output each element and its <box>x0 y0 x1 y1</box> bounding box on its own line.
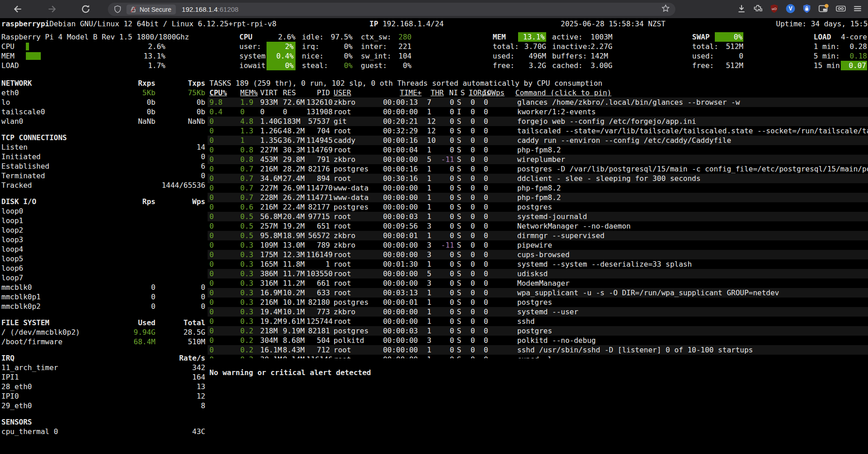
url-text[interactable]: 192.168.1.4:61208 <box>182 5 238 13</box>
cell-status: S <box>454 145 468 155</box>
cell-threads: 1 <box>418 355 436 358</box>
cell-command: dirmngr --supervised <box>488 231 868 240</box>
process-row[interactable]: 0.4 0 0 0 131908 root 00:00:00 1 0 I 0 0… <box>208 107 868 117</box>
bookmark-star-icon[interactable] <box>661 4 670 15</box>
cell-mem: 0.5 <box>240 231 260 240</box>
cell-n ice: 0 <box>436 231 454 240</box>
site-info-shield-icon[interactable] <box>113 5 122 14</box>
cell-res: 26.2M <box>283 193 306 202</box>
not-secure-badge[interactable]: Not Secure <box>126 5 176 15</box>
process-row[interactable]: 0 0.7 216M 28.2M 82176 postgres 00:00:16… <box>208 164 868 174</box>
process-row[interactable]: 0 0.3 19.4M 10.1M 773 zkbro 00:00:00 1 0… <box>208 307 868 317</box>
process-row[interactable]: 0 0.2 16.1M 8.43M 712 root 00:00:00 1 0 … <box>208 345 868 355</box>
sort-by-command[interactable]: Command (click to pin) <box>515 88 611 98</box>
cell-user: www-data <box>330 183 375 193</box>
process-row[interactable]: 0 0.7 34.6M 27.4M 894 root 00:30:16 1 0 … <box>208 174 868 183</box>
process-row[interactable]: 0 0.2 304M 8.68M 504 polkitd 00:00:00 3 … <box>208 336 868 345</box>
sort-by-mem[interactable]: MEM% <box>240 88 258 98</box>
ublock-extension-icon[interactable]: uO <box>769 4 779 14</box>
process-row[interactable]: 9.8 1.9 933M 72.6M 132610 zkbro 00:00:13… <box>208 98 868 107</box>
process-row[interactable]: 0 0.7 228M 26.2M 114771 www-data 00:00:0… <box>208 193 868 202</box>
cell-io-write: 0 <box>475 183 488 193</box>
irq-row: IPI012 <box>1 391 205 401</box>
process-row[interactable]: 0 0.3 19.2M 9.61M 125744 root 00:00:00 1… <box>208 317 868 326</box>
process-row[interactable]: 0 0.5 257M 19.2M 651 root 00:09:56 3 0 S… <box>208 221 868 231</box>
cell-virt: 218M <box>260 326 283 336</box>
sort-by-threads[interactable]: THR <box>431 88 444 98</box>
back-button[interactable] <box>13 4 23 14</box>
cell-pid: 114770 <box>306 183 330 193</box>
process-row[interactable]: 0 0.5 56.8M 20.4M 97715 root 00:00:03 1 … <box>208 212 868 221</box>
process-row[interactable]: 0 0.3 316M 11.2M 661 root 00:00:00 3 0 S… <box>208 278 868 288</box>
network-row: tailscale00b0b <box>1 107 205 117</box>
disk-row: loop2 <box>1 225 205 235</box>
process-row[interactable]: 0 0.5 95.8M 18.9M 56572 zkbro 00:00:01 1… <box>208 231 868 240</box>
quicklook-value: 13.1% <box>144 51 165 61</box>
cell-virt: 1.26G <box>260 126 283 136</box>
cell-n ice: -11 <box>436 240 454 250</box>
sort-by-cpu[interactable]: CPU% <box>209 88 227 98</box>
sort-by-io-write[interactable]: IOWps <box>483 88 504 98</box>
process-row[interactable]: 0 0.3 175M 12.3M 116149 root 00:00:00 3 … <box>208 250 868 259</box>
cell-io-write: 0 <box>475 117 488 126</box>
process-row[interactable]: 0 0.3 16.9M 10.2M 633 root 00:03:13 1 0 … <box>208 288 868 298</box>
cell-command: ModemManager <box>488 278 868 288</box>
cell-res: 10.2M <box>283 288 306 298</box>
process-row[interactable]: 0 1 1.35G 36.7M 114945 caddy 00:00:16 10… <box>208 136 868 145</box>
section-title: IRQ <box>1 353 15 363</box>
cell-time: 00:00:00 <box>375 155 418 164</box>
cell-n ice: 0 <box>436 326 454 336</box>
cell-io-write: 0 <box>475 240 488 250</box>
cell-res: 9.61M <box>283 317 306 326</box>
sort-by-user[interactable]: USER <box>334 88 351 98</box>
cell-status: S <box>454 231 468 240</box>
process-row[interactable]: 0 0.3 165M 11.8M 1 root 00:01:30 1 0 S 0… <box>208 259 868 269</box>
cell-threads: 3 <box>418 336 436 345</box>
cell-res: 29.8M <box>283 155 306 164</box>
cell-mem: 0.7 <box>240 164 260 174</box>
reading-list-icon[interactable] <box>835 4 846 14</box>
cell-io-write: 0 <box>475 307 488 317</box>
cell-threads: 1 <box>418 345 436 355</box>
process-row[interactable]: 0 0.8 227M 30.3M 114769 root 00:00:04 1 … <box>208 145 868 155</box>
process-row[interactable]: 0 4.8 1.40G 183M 57537 git 00:20:21 12 0… <box>208 117 868 126</box>
forward-button[interactable] <box>47 4 57 14</box>
cell-user: polkitd <box>330 336 375 345</box>
process-row[interactable]: 0 0.3 216M 10.1M 82180 postgres 00:00:01… <box>208 298 868 307</box>
process-row[interactable]: 0 0.3 109M 13.0M 789 zkbro 00:00:00 3 -1… <box>208 240 868 250</box>
picture-in-picture-button[interactable] <box>818 4 829 14</box>
cell-virt: 16.1M <box>260 345 283 355</box>
process-row[interactable]: 0 0.7 227M 26.9M 114770 www-data 00:00:0… <box>208 183 868 193</box>
process-row[interactable]: 0 0.2 218M 9.19M 82181 postgres 00:00:03… <box>208 326 868 336</box>
menu-button[interactable] <box>853 4 863 14</box>
cell-status: S <box>454 164 468 174</box>
cell-io-write: 0 <box>475 259 488 269</box>
extensions-button[interactable] <box>753 4 763 14</box>
process-row[interactable]: 0 0.6 216M 22.4M 82177 postgres 00:00:00… <box>208 202 868 212</box>
sort-by-time[interactable]: TIME+ <box>400 88 422 98</box>
disk-row: mmcblk0p200 <box>1 302 205 311</box>
cell-threads: 1 <box>418 326 436 336</box>
sensor-row: cpu_thermal 043C <box>1 427 205 436</box>
cell-res: 26.9M <box>283 183 306 193</box>
vimium-extension-icon[interactable]: V <box>786 4 795 14</box>
cell-threads: 12 <box>418 126 436 136</box>
process-row[interactable]: 0 1.3 1.26G 48.2M 704 root 00:32:29 12 0… <box>208 126 868 136</box>
cell-io-read: 0 <box>468 164 475 174</box>
cell-mem: 0.3 <box>240 288 260 298</box>
process-row[interactable]: 0 0.8 453M 29.8M 791 zkbro 00:00:00 5 -1… <box>208 155 868 164</box>
privacy-extension-icon[interactable] <box>802 4 812 14</box>
cell-io-write: 0 <box>475 107 488 117</box>
cell-user: root <box>330 145 375 155</box>
load-panel: LOAD4-core1 min:0.285 min:0.1815 min:0.0… <box>814 32 867 70</box>
reload-button[interactable] <box>81 4 91 14</box>
stat-row: free:512M <box>692 61 743 70</box>
cell-threads: 1 <box>418 164 436 174</box>
stat-row: 15 min:0.07 <box>814 61 867 70</box>
process-row[interactable]: 0 0.3 386M 11.7M 103550 root 00:00:00 5 … <box>208 269 868 278</box>
downloads-button[interactable] <box>737 4 747 14</box>
cell-status: S <box>454 250 468 259</box>
process-row[interactable]: 0 0.2 30.1M 8.14M 116146 root 00:00:00 1… <box>208 355 868 358</box>
address-bar[interactable]: Not Secure 192.168.1.4:61208 <box>108 3 675 16</box>
cell-n ice: 0 <box>436 288 454 298</box>
